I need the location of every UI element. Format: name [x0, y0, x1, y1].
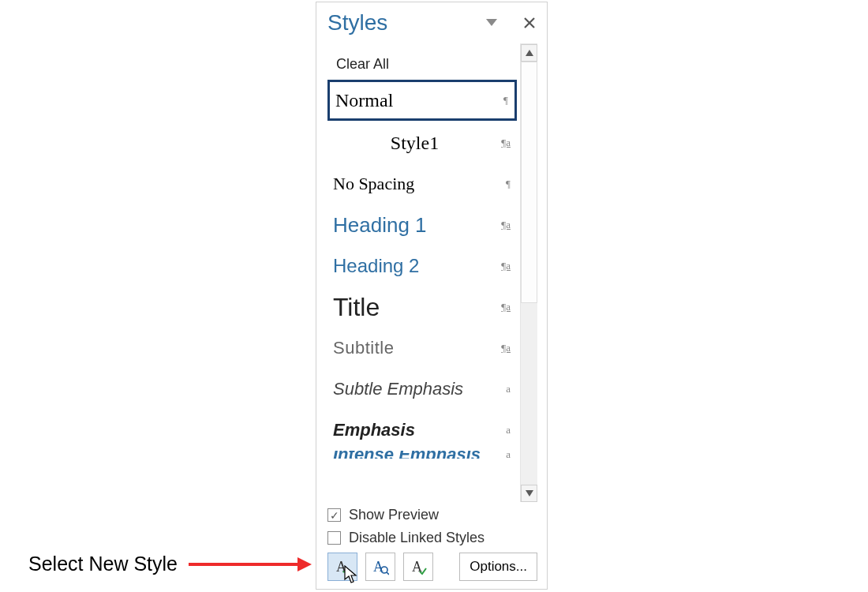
style-label: Emphasis [333, 420, 496, 440]
arrow-icon [189, 554, 312, 575]
linked-mark-icon: ¶a [496, 219, 511, 231]
style-row-heading1[interactable]: Heading 1 ¶a [327, 204, 517, 245]
new-style-button[interactable]: A [327, 553, 357, 581]
style-label: Subtitle [333, 338, 496, 358]
close-button[interactable] [518, 12, 541, 34]
svg-marker-9 [297, 557, 312, 571]
style-row-intense-emphasis[interactable]: Intense Emphasis a [327, 451, 517, 459]
svg-marker-2 [526, 490, 533, 496]
paragraph-mark-icon: ¶ [494, 94, 508, 107]
chevron-down-icon [486, 19, 497, 27]
disable-linked-label: Disable Linked Styles [349, 530, 485, 546]
style-row-style1[interactable]: Style1 ¶a [327, 122, 517, 163]
scrollbar-track[interactable] [521, 62, 537, 485]
scrollbar[interactable] [520, 43, 537, 502]
scroll-down-button[interactable] [521, 485, 537, 502]
style-row-normal[interactable]: Normal ¶ [327, 80, 517, 121]
char-mark-icon: a [496, 451, 511, 459]
clear-all-row[interactable]: Clear All [327, 48, 517, 80]
style-label: Title [333, 293, 496, 322]
linked-mark-icon: ¶a [496, 137, 511, 149]
style-row-nospacing[interactable]: No Spacing ¶ [327, 163, 517, 204]
pane-menu-button[interactable] [481, 12, 503, 34]
disable-linked-checkbox[interactable]: Disable Linked Styles [327, 530, 537, 546]
style-label: Normal [335, 90, 494, 111]
style-list-wrap: Clear All Normal ¶ Style1 ¶a No Spacing … [316, 43, 547, 502]
linked-mark-icon: ¶a [496, 342, 511, 354]
pane-footer: ✓ Show Preview Disable Linked Styles A A [316, 502, 547, 589]
style-row-title[interactable]: Title ¶a [327, 287, 517, 328]
manage-styles-button[interactable]: A [403, 553, 433, 581]
checkbox-icon: ✓ [327, 508, 341, 522]
style-label: Style1 [333, 133, 496, 154]
chevron-up-icon [526, 50, 533, 56]
style-list: Clear All Normal ¶ Style1 ¶a No Spacing … [327, 43, 517, 502]
show-preview-checkbox[interactable]: ✓ Show Preview [327, 507, 537, 523]
linked-mark-icon: ¶a [496, 260, 511, 272]
style-label: No Spacing [333, 174, 496, 194]
scroll-up-button[interactable] [521, 44, 537, 62]
scrollbar-thumb[interactable] [521, 62, 537, 303]
footer-controls: A A A Options... [327, 553, 537, 581]
char-mark-icon: a [496, 424, 511, 437]
callout: Select New Style [28, 553, 312, 575]
checkbox-icon [327, 531, 341, 545]
linked-mark-icon: ¶a [496, 301, 511, 313]
new-style-icon: A [334, 558, 351, 575]
callout-text: Select New Style [28, 553, 178, 575]
show-preview-label: Show Preview [349, 507, 439, 523]
svg-marker-0 [486, 19, 497, 26]
style-label: Heading 1 [333, 213, 496, 238]
clear-all-label: Clear All [333, 56, 511, 73]
paragraph-mark-icon: ¶ [496, 178, 511, 190]
chevron-down-icon [526, 490, 533, 496]
style-label: Heading 2 [333, 255, 496, 277]
style-row-heading2[interactable]: Heading 2 ¶a [327, 245, 517, 287]
options-button[interactable]: Options... [459, 553, 537, 581]
svg-marker-1 [526, 50, 533, 56]
style-label: Intense Emphasis [333, 451, 496, 459]
style-row-subtle-emphasis[interactable]: Subtle Emphasis a [327, 369, 517, 410]
style-inspector-button[interactable]: A [365, 553, 395, 581]
style-row-emphasis[interactable]: Emphasis a [327, 410, 517, 451]
style-row-subtitle[interactable]: Subtitle ¶a [327, 328, 517, 369]
style-inspector-icon: A [372, 558, 389, 575]
style-label: Subtle Emphasis [333, 379, 496, 399]
close-icon [524, 17, 535, 28]
manage-styles-icon: A [410, 558, 427, 575]
pane-header: Styles [316, 2, 547, 43]
char-mark-icon: a [496, 383, 511, 395]
styles-pane: Styles Clear All Normal ¶ Style1 ¶a No S… [316, 2, 548, 590]
svg-line-6 [387, 572, 389, 575]
pane-title: Styles [327, 10, 481, 36]
